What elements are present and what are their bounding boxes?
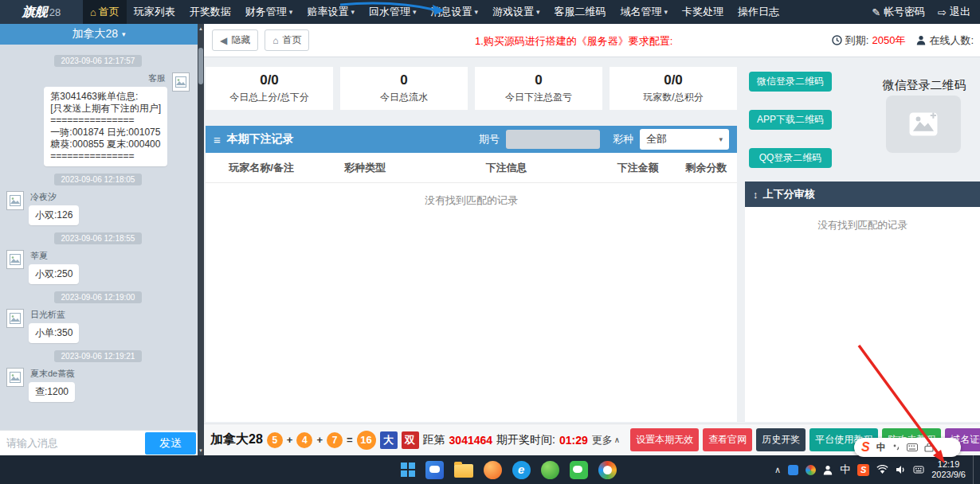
main-toolbar: ◀ 隐藏 ⌂ 首页 1.购买源码进行搭建的《服务器》要求配置: 到期: 2050… — [204, 24, 980, 57]
taskbar-clock[interactable]: 12:19 2023/9/6 — [931, 459, 966, 480]
stat-card-profit-loss: 0 今日下注总盈亏 — [475, 67, 602, 110]
browser-green-icon[interactable] — [541, 461, 559, 479]
edit-icon: ✎ — [872, 6, 880, 18]
stat-label: 今日总流水 — [380, 91, 428, 104]
bet-panel-header: ≡ 本期下注记录 期号 彩种 全部 ▾ — [206, 126, 737, 153]
nav-item-stuck-draw[interactable]: 卡奖处理 — [675, 0, 731, 24]
chevron-down-icon: ▾ — [536, 8, 540, 16]
issue-number-input[interactable] — [506, 130, 600, 149]
chat-scrollbar[interactable]: ▲ ▼ — [198, 24, 204, 455]
nav-item-domain[interactable]: 域名管理 ▾ — [613, 0, 676, 24]
column-header: 下注金额 — [600, 161, 676, 175]
ime-indicator[interactable]: 中 — [840, 463, 850, 477]
message-input[interactable] — [0, 437, 145, 449]
avatar — [6, 250, 24, 269]
windows-taskbar: ∧ 中 S 12:19 2023/9/6 — [0, 455, 980, 484]
windows-logo-icon — [401, 463, 415, 477]
file-explorer-icon[interactable] — [454, 462, 473, 478]
logout-button[interactable]: ⇨ 退出 — [938, 5, 970, 19]
tray-app-blue-icon[interactable] — [788, 465, 798, 475]
nav-item-operation-log[interactable]: 操作日志 — [731, 0, 786, 24]
stat-value: 0 — [535, 72, 542, 88]
menu-icon[interactable]: ≡ — [214, 133, 221, 146]
expire-label: 到期: — [845, 33, 869, 48]
stat-card-deposit-withdraw: 0/0 今日总上分/总下分 — [206, 67, 333, 110]
nav-item-cs-qrcode[interactable]: 客服二维码 — [547, 0, 613, 24]
browser-orange-icon[interactable] — [484, 461, 502, 479]
wechat-app-icon[interactable] — [570, 461, 588, 479]
person-tray-icon[interactable] — [823, 465, 833, 475]
more-toggle[interactable]: 更多 ∧ — [592, 433, 620, 447]
toolbox-icon[interactable] — [924, 443, 934, 452]
nav-item-finance[interactable]: 财务管理 ▾ — [238, 0, 300, 24]
stat-value: 0 — [400, 72, 407, 88]
expire-info: 到期: 2050年 — [832, 33, 906, 48]
message-sender: 夏末de蔷薇 — [30, 368, 75, 380]
lottery-type-select[interactable]: 全部 ▾ — [640, 129, 729, 150]
home-tab-label: 首页 — [282, 33, 301, 47]
account-password-button[interactable]: ✎ 帐号密码 — [872, 5, 925, 19]
chevron-down-icon: ▾ — [474, 8, 478, 16]
game-name: 加拿大28 — [210, 431, 263, 448]
touch-keyboard-icon[interactable] — [913, 465, 924, 474]
windows-start-button[interactable] — [401, 463, 415, 477]
qr-display-title: 微信登录二维码 — [868, 78, 980, 93]
screen: 旗舰 28 ⌂ 首页 玩家列表 开奖数据 财务管理 ▾ 赔率设置 ▾ — [0, 0, 980, 484]
nav-item-game-settings[interactable]: 游戏设置 ▾ — [485, 0, 547, 24]
home-tab[interactable]: ⌂ 首页 — [265, 29, 309, 51]
chevron-down-icon: ▾ — [719, 135, 723, 143]
nav-item-label: 操作日志 — [738, 5, 779, 19]
invalidate-issue-button[interactable]: 设置本期无效 — [630, 428, 699, 451]
brand-suffix: 28 — [49, 6, 61, 18]
chevron-down-icon: ▾ — [122, 30, 126, 38]
scrollbar-thumb[interactable] — [198, 48, 203, 84]
sogou-logo-icon[interactable]: S — [861, 440, 870, 455]
app-download-qr-button[interactable]: APP下载二维码 — [749, 110, 832, 130]
bet-records-panel: ≡ 本期下注记录 期号 彩种 全部 ▾ 玩家名称/备注 彩种类型 下注信息 下注… — [206, 126, 737, 422]
wechat-login-qr-button[interactable]: 微信登录二维码 — [749, 72, 832, 92]
message-sender: 客服 — [148, 72, 166, 84]
chat-message: 莘夏 小双:250 — [6, 250, 190, 284]
stat-value: 0/0 — [664, 72, 683, 88]
browser-rainbow-icon[interactable] — [598, 461, 617, 479]
qq-login-qr-button[interactable]: QQ登录二维码 — [749, 148, 832, 168]
chat-app-icon[interactable] — [425, 461, 444, 479]
soft-keyboard-icon[interactable] — [907, 443, 918, 451]
expire-value: 2050年 — [872, 33, 905, 48]
broken-image-icon — [10, 195, 21, 206]
nav-item-label: 玩家列表 — [134, 5, 175, 19]
nav-item-message-settings[interactable]: 消息设置 ▾ — [423, 0, 485, 24]
nav-item-home[interactable]: ⌂ 首页 — [83, 0, 127, 24]
plus-sign: + — [287, 434, 293, 446]
ime-mode-indicator[interactable]: 中 — [876, 441, 886, 455]
brand-logo[interactable]: 旗舰 28 — [0, 0, 83, 24]
nav-item-rebate[interactable]: 回水管理 ▾ — [362, 0, 424, 24]
nav-item-player-list[interactable]: 玩家列表 — [127, 0, 182, 24]
scroll-up-icon[interactable]: ▲ — [198, 25, 203, 32]
chat-message: 客服 第3041463账单信息: [只发送上期有下注的用户] =========… — [6, 72, 190, 166]
draw-time-label: 期开奖时间: — [496, 433, 555, 447]
speaker-icon[interactable] — [896, 465, 906, 474]
tray-expand-icon[interactable]: ∧ — [774, 465, 781, 475]
hide-sidebar-button[interactable]: ◀ 隐藏 — [212, 29, 258, 51]
tray-app-color-icon[interactable] — [806, 465, 816, 475]
draw-number-ball: 5 — [267, 432, 283, 448]
wifi-icon[interactable] — [876, 465, 888, 474]
nav-item-odds-settings[interactable]: 赔率设置 ▾ — [300, 0, 362, 24]
browser-blue-e-icon[interactable] — [512, 461, 531, 479]
nav-item-draw-data[interactable]: 开奖数据 — [182, 0, 238, 24]
chat-room-selector[interactable]: 加拿大28 ▾ — [0, 24, 198, 45]
chat-timestamp: 2023-09-06 12:17:57 — [54, 55, 143, 67]
show-desktop-button[interactable] — [973, 455, 977, 484]
scroll-down-icon[interactable]: ▼ — [198, 447, 203, 454]
official-site-button[interactable]: 查看官网 — [703, 428, 752, 451]
sogou-tray-icon[interactable]: S — [857, 464, 869, 476]
punctuation-icon[interactable] — [892, 443, 900, 451]
message-bubble: 查:1200 — [29, 382, 75, 402]
sogou-ime-toolbar[interactable]: S 中 — [854, 438, 961, 457]
avatar — [6, 368, 24, 387]
send-button[interactable]: 发送 — [145, 432, 196, 455]
history-draw-button[interactable]: 历史开奖 — [756, 428, 806, 451]
message-sender: 日光析蓝 — [30, 309, 77, 321]
chat-input-bar: 发送 — [0, 430, 198, 455]
